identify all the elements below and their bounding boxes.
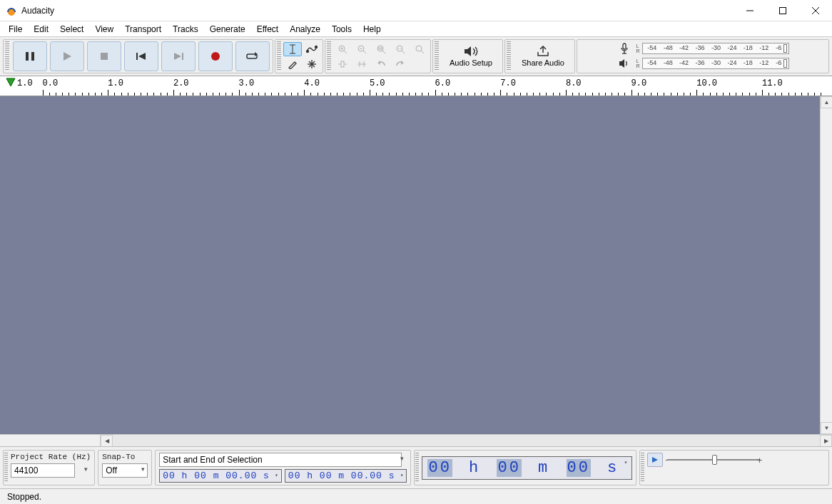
svg-rect-6 [31,52,34,61]
selection-start-time[interactable]: 00 h 00 m 00.00 s [159,469,282,483]
timeline-tick-label: 8.0 [566,78,582,88]
speaker-icon [463,46,479,57]
svg-point-18 [307,50,309,52]
silence-button[interactable] [352,57,371,71]
envelope-tool-button[interactable] [303,42,321,56]
zoom-toggle-button[interactable] [410,42,429,56]
toolbar-grip[interactable] [5,41,9,71]
redo-button[interactable] [391,57,410,71]
menu-generate[interactable]: Generate [204,23,251,36]
scroll-down-button[interactable]: ▼ [821,422,832,434]
project-rate-combo[interactable] [11,463,75,478]
meter-lr-labels: LR [636,58,639,68]
menu-help[interactable]: Help [357,23,387,36]
scroll-left-button[interactable]: ◀ [101,435,113,447]
audio-setup-button[interactable]: Audio Setup [441,41,501,71]
toolbar-grip[interactable] [327,41,331,71]
menu-tracks[interactable]: Tracks [167,23,204,36]
hscroll-row: ◀ ▶ [0,434,832,446]
play-at-speed-button[interactable] [647,453,663,467]
app-logo-icon [6,5,17,16]
snap-to-combo[interactable] [102,463,148,478]
window-minimize-button[interactable] [734,0,766,21]
timeline-tick-label: 2.0 [173,78,189,88]
status-bar: Stopped. [0,488,832,504]
vertical-scrollbar[interactable]: ▲ ▼ [820,96,832,434]
timeline-tick-label: 11.0 [762,78,783,88]
toolbar-grip[interactable] [435,41,439,71]
share-audio-button[interactable]: Share Audio [513,41,573,71]
audio-position-time[interactable]: 00 h 00 m 00 s [422,456,632,480]
playback-meter-button[interactable] [616,57,633,70]
svg-marker-11 [174,53,181,60]
track-area[interactable]: ▲ ▼ [0,96,832,434]
skip-end-button[interactable] [161,41,196,71]
menu-analyze[interactable]: Analyze [284,23,326,36]
svg-marker-14 [255,52,258,56]
toolbar-grip[interactable] [4,453,8,483]
timeline-tick-label: 7.0 [500,78,516,88]
selection-mode-combo[interactable] [159,453,402,467]
svg-rect-39 [378,47,382,50]
toolbar-grip[interactable] [641,453,644,483]
selection-toolbar: Project Rate (Hz) Snap-To 00 h 00 m 00.0… [0,446,832,488]
playback-meter-scale[interactable]: -54-48-42-36-30-24-18-12-6 [642,58,789,69]
play-button[interactable] [50,41,84,71]
window-title: Audacity [21,6,734,16]
svg-line-46 [421,51,424,53]
toolbar-grip[interactable] [507,41,511,71]
loop-button[interactable] [235,41,270,71]
svg-line-25 [344,51,347,53]
menu-view[interactable]: View [89,23,119,36]
svg-rect-5 [26,52,29,61]
undo-button[interactable] [372,57,390,71]
stop-button[interactable] [87,41,121,71]
scroll-up-button[interactable]: ▲ [821,96,832,108]
multi-tool-button[interactable] [303,57,321,71]
fit-project-button[interactable] [391,42,410,56]
window-close-button[interactable] [799,0,832,21]
zoom-in-button[interactable] [333,42,352,56]
window-maximize-button[interactable] [766,0,799,21]
timeline-tick-label: 9.0 [631,78,647,88]
pause-button[interactable] [13,41,47,71]
playhead-marker[interactable] [6,78,16,88]
playback-speed-slider[interactable]: −+ [667,453,760,466]
menu-select[interactable]: Select [54,23,89,36]
selection-end-time[interactable]: 00 h 00 m 00.00 s [285,469,407,483]
skip-start-button[interactable] [124,41,158,71]
timeline-ruler[interactable]: 1.0 0.01.02.03.04.05.06.07.08.09.010.011… [0,76,832,96]
zoom-out-button[interactable] [352,42,371,56]
trim-button[interactable] [333,57,352,71]
record-meter-button[interactable] [616,42,633,55]
menu-edit[interactable]: Edit [28,23,54,36]
menu-effect[interactable]: Effect [251,23,284,36]
edit-toolbar [325,39,431,73]
fit-selection-button[interactable] [372,42,390,56]
svg-rect-9 [136,53,138,60]
project-rate-section: Project Rate (Hz) [3,450,95,485]
record-meter-scale[interactable]: -54-48-42-36-30-24-18-12-6 [642,43,789,54]
svg-marker-53 [6,78,15,86]
horizontal-scrollbar[interactable]: ◀ ▶ [100,435,832,446]
toolbar-grip[interactable] [415,453,419,483]
record-button[interactable] [198,41,233,71]
timeline-start-label: 1.0 [17,78,33,88]
menu-transport[interactable]: Transport [119,23,167,36]
svg-line-32 [363,51,366,53]
toolbar-grip[interactable] [277,41,281,71]
selection-tool-button[interactable] [283,42,302,56]
timeline-tick-label: 3.0 [239,78,255,88]
svg-marker-7 [64,52,71,61]
share-audio-toolbar: Share Audio [504,39,575,73]
svg-marker-40 [377,61,380,65]
svg-rect-30 [341,61,344,67]
menu-tools[interactable]: Tools [326,23,357,36]
menu-file[interactable]: File [3,23,28,36]
svg-marker-10 [138,53,146,60]
scroll-right-button[interactable]: ▶ [820,435,832,447]
svg-rect-12 [182,53,183,60]
draw-tool-button[interactable] [283,57,302,71]
menubar: File Edit Select View Transport Tracks G… [0,21,832,37]
time-display-section: 00 h 00 m 00 s [414,450,636,485]
